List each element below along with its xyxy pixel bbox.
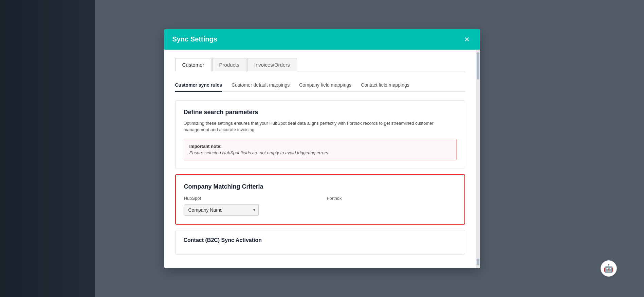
fortnox-col: Fortnox [327,196,456,204]
search-params-description: Optimizing these settings ensures that y… [184,120,457,133]
search-params-title: Define search parameters [184,109,457,116]
important-note-title: Important note: [189,144,451,149]
tab-invoices-orders[interactable]: Invoices/Orders [247,58,297,71]
tab-customer-default-mappings[interactable]: Customer default mappings [232,79,290,92]
tab-company-field-mappings[interactable]: Company field mappings [299,79,351,92]
contact-b2c-title: Contact (B2C) Sync Activation [184,237,457,243]
hubspot-col-label: HubSpot [184,196,313,201]
important-note-box: Important note: Ensure selected HubSpot … [184,139,457,160]
modal-scrollbar-track[interactable] [476,50,480,268]
chatbot-icon: 🤖 [604,264,614,273]
tab-contact-field-mappings[interactable]: Contact field mappings [361,79,409,92]
modal-body: Customer Products Invoices/Orders Custom… [164,50,480,268]
modal-content: Customer Products Invoices/Orders Custom… [164,50,476,268]
criteria-columns: HubSpot Company Name Company ID Email Ph… [184,196,456,216]
modal-close-button[interactable]: ✕ [462,35,472,44]
fortnox-col-label: Fortnox [327,196,456,201]
tab-products[interactable]: Products [212,58,246,71]
tab-customer[interactable]: Customer [175,58,211,71]
hubspot-col: HubSpot Company Name Company ID Email Ph… [184,196,313,216]
sync-settings-modal: Sync Settings ✕ Customer Products Invoic… [164,29,480,268]
contact-b2c-section: Contact (B2C) Sync Activation [175,230,465,255]
modal-title: Sync Settings [172,35,217,43]
company-matching-section: Company Matching Criteria HubSpot Compan… [175,174,465,225]
secondary-tab-group: Customer sync rules Customer default map… [175,78,465,92]
dialog-backdrop: Sync Settings ✕ Customer Products Invoic… [0,0,644,297]
search-params-section: Define search parameters Optimizing thes… [175,100,465,169]
company-name-select-wrapper: Company Name Company ID Email Phone ▾ [184,204,259,216]
chatbot-button[interactable]: 🤖 [601,260,617,277]
tab-customer-sync-rules[interactable]: Customer sync rules [175,79,222,92]
scrollbar-thumb-bottom [477,259,479,265]
company-matching-title: Company Matching Criteria [184,183,456,190]
primary-tab-group: Customer Products Invoices/Orders [175,58,465,71]
scrollbar-thumb-top [477,52,479,80]
important-note-text: Ensure selected HubSpot fields are not e… [189,150,451,155]
modal-header: Sync Settings ✕ [164,29,480,50]
company-name-select[interactable]: Company Name Company ID Email Phone [184,204,259,216]
